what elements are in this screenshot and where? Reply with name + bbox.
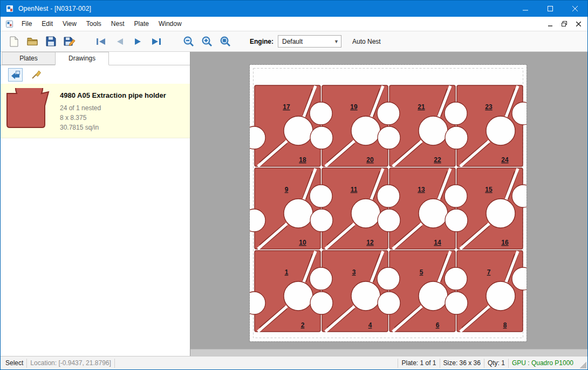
svg-text:5: 5 bbox=[420, 268, 423, 276]
go-first-icon bbox=[96, 38, 107, 45]
app-icon bbox=[5, 4, 14, 13]
go-previous-button[interactable] bbox=[111, 33, 129, 50]
save-edit-button[interactable] bbox=[60, 33, 78, 50]
part-title: 4980 A05 Extraction pipe holder bbox=[60, 90, 166, 101]
menu-bar: FileEditViewToolsNestPlateWindow bbox=[1, 17, 587, 31]
mdi-restore-button[interactable] bbox=[557, 18, 571, 30]
svg-text:24: 24 bbox=[501, 156, 509, 164]
svg-text:21: 21 bbox=[418, 103, 425, 111]
menu-nest[interactable]: Nest bbox=[106, 17, 129, 30]
go-previous-icon bbox=[115, 38, 125, 45]
zoom-in-button[interactable] bbox=[198, 33, 216, 50]
svg-text:15: 15 bbox=[485, 186, 493, 193]
close-icon bbox=[572, 6, 578, 11]
svg-text:6: 6 bbox=[436, 321, 440, 329]
mdi-minimize-icon bbox=[548, 22, 553, 26]
mdi-window-controls bbox=[543, 18, 587, 30]
svg-text:20: 20 bbox=[366, 156, 374, 164]
main-toolbar: Engine: Default ▼ Auto Nest bbox=[1, 31, 587, 52]
clean-broom-button[interactable] bbox=[29, 68, 44, 82]
go-next-button[interactable] bbox=[129, 33, 147, 50]
svg-text:23: 23 bbox=[485, 103, 493, 111]
engine-value: Default bbox=[282, 38, 303, 45]
new-document-icon bbox=[9, 36, 19, 48]
close-button[interactable] bbox=[563, 1, 587, 17]
zoom-fit-icon bbox=[220, 36, 231, 48]
save-button[interactable] bbox=[42, 33, 60, 50]
engine-select[interactable]: Default ▼ bbox=[278, 35, 341, 48]
status-size: Size: 36 x 36 bbox=[440, 359, 484, 367]
svg-text:9: 9 bbox=[285, 186, 289, 193]
svg-text:2: 2 bbox=[301, 321, 305, 329]
zoom-fit-button[interactable] bbox=[216, 33, 235, 50]
maximize-button[interactable] bbox=[538, 1, 563, 17]
open-file-icon bbox=[26, 36, 38, 47]
svg-text:3: 3 bbox=[352, 268, 356, 276]
drawing-list-item[interactable]: 4980 A05 Extraction pipe holder 24 of 1 … bbox=[1, 84, 190, 138]
replace-part-icon bbox=[11, 70, 20, 79]
replace-part-button[interactable] bbox=[8, 68, 23, 82]
svg-text:22: 22 bbox=[434, 156, 441, 164]
menu-plate[interactable]: Plate bbox=[129, 17, 154, 30]
go-last-button[interactable] bbox=[147, 33, 166, 50]
svg-text:12: 12 bbox=[366, 239, 374, 246]
save-edit-icon bbox=[63, 36, 76, 48]
status-plate: Plate: 1 of 1 bbox=[398, 359, 439, 367]
zoom-in-icon bbox=[201, 36, 213, 48]
svg-text:11: 11 bbox=[351, 186, 358, 193]
sidebar: Plates Drawings 4980 A05 Extract bbox=[1, 52, 190, 356]
svg-text:17: 17 bbox=[283, 103, 290, 111]
svg-text:7: 7 bbox=[487, 268, 491, 276]
status-bar: Select Location: [-0.9437, 21.8796] Plat… bbox=[1, 356, 587, 369]
svg-text:16: 16 bbox=[501, 239, 509, 246]
svg-text:10: 10 bbox=[299, 239, 306, 246]
zoom-out-icon bbox=[183, 36, 195, 48]
open-file-button[interactable] bbox=[23, 33, 42, 50]
tab-plates[interactable]: Plates bbox=[2, 52, 56, 65]
drawings-toolbar bbox=[1, 65, 190, 84]
title-bar[interactable]: OpenNest - [N0317-002] bbox=[1, 1, 587, 17]
main-area: Plates Drawings 4980 A05 Extract bbox=[1, 52, 587, 356]
svg-text:18: 18 bbox=[299, 156, 306, 164]
horizontal-scrollbar[interactable] bbox=[190, 349, 587, 356]
minimize-button[interactable] bbox=[513, 1, 538, 17]
menu-file[interactable]: File bbox=[17, 17, 37, 30]
plate-svg[interactable]: 171819202122232491011121314151612345678 bbox=[250, 65, 527, 341]
engine-label: Engine: bbox=[250, 38, 274, 45]
sidebar-tabs: Plates Drawings bbox=[1, 52, 190, 65]
part-size: 8 x 8.375 bbox=[60, 113, 166, 123]
clean-broom-icon bbox=[31, 70, 42, 79]
svg-text:19: 19 bbox=[350, 103, 358, 111]
tab-drawings[interactable]: Drawings bbox=[55, 52, 109, 65]
minimize-icon bbox=[523, 6, 528, 11]
go-next-icon bbox=[133, 38, 143, 45]
status-gpu: GPU : Quadro P1000 bbox=[509, 359, 577, 367]
menu-items: FileEditViewToolsNestPlateWindow bbox=[17, 17, 187, 30]
menu-edit[interactable]: Edit bbox=[37, 17, 58, 30]
window-title: OpenNest - [N0317-002] bbox=[18, 5, 91, 12]
part-area: 30.7815 sq/in bbox=[60, 123, 166, 132]
resize-grip-icon[interactable] bbox=[579, 361, 586, 368]
zoom-out-button[interactable] bbox=[180, 33, 198, 50]
auto-nest-button[interactable]: Auto Nest bbox=[352, 38, 381, 45]
status-mode: Select bbox=[1, 359, 26, 367]
new-document-button[interactable] bbox=[5, 33, 23, 50]
go-first-button[interactable] bbox=[92, 33, 111, 50]
menu-window[interactable]: Window bbox=[154, 17, 187, 30]
svg-text:4: 4 bbox=[368, 321, 372, 329]
mdi-close-button[interactable] bbox=[571, 18, 585, 30]
maximize-icon bbox=[548, 6, 553, 11]
status-location: Location: [-0.9437, 21.8796] bbox=[27, 359, 114, 367]
menu-view[interactable]: View bbox=[58, 17, 81, 30]
chevron-down-icon[interactable]: ▼ bbox=[332, 36, 341, 47]
svg-text:8: 8 bbox=[503, 321, 507, 329]
svg-text:1: 1 bbox=[285, 268, 289, 276]
nesting-canvas[interactable]: 171819202122232491011121314151612345678 bbox=[190, 52, 587, 356]
svg-text:13: 13 bbox=[418, 186, 425, 193]
menu-tools[interactable]: Tools bbox=[81, 17, 106, 30]
plate[interactable]: 171819202122232491011121314151612345678 bbox=[250, 65, 527, 341]
mdi-minimize-button[interactable] bbox=[543, 18, 557, 30]
status-qty: Qty: 1 bbox=[484, 359, 508, 367]
app-window: OpenNest - [N0317-002] FileEditViewTools… bbox=[0, 0, 588, 370]
svg-text:14: 14 bbox=[434, 239, 441, 246]
